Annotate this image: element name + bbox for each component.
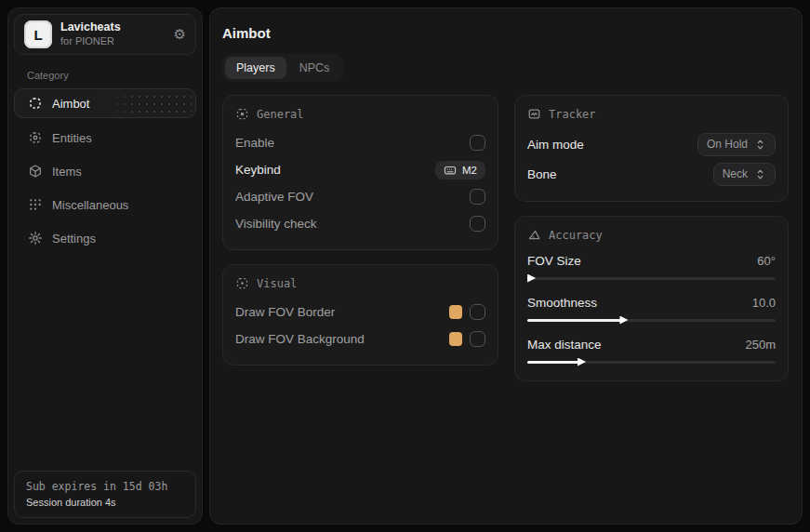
visibility-check-checkbox[interactable] bbox=[470, 216, 485, 232]
dots-grid-icon bbox=[28, 197, 43, 212]
sidebar-item-entities[interactable]: Entities bbox=[14, 124, 196, 152]
focus-icon bbox=[235, 107, 249, 121]
max-distance-group: Max distance 250m bbox=[527, 334, 776, 366]
fov-size-value: 60° bbox=[757, 254, 776, 268]
fov-border-color-swatch[interactable] bbox=[449, 305, 462, 319]
entities-icon bbox=[28, 130, 43, 145]
fov-background-color-swatch[interactable] bbox=[449, 332, 462, 346]
general-card: General Enable Keybind M2 bbox=[222, 95, 498, 250]
bone-label: Bone bbox=[527, 167, 557, 181]
slider-fill bbox=[527, 319, 621, 323]
app-header: L Lavicheats for PIONER ⚙ bbox=[14, 14, 196, 55]
select-arrows-icon bbox=[754, 139, 766, 151]
tracker-card: Tracker Aim mode On Hold Bone bbox=[514, 95, 789, 202]
section-title: Visual bbox=[257, 277, 297, 290]
cube-icon bbox=[28, 164, 43, 179]
visibility-check-row: Visibility check bbox=[235, 210, 485, 237]
fov-border-row: Draw FOV Border bbox=[235, 299, 485, 326]
smoothness-label: Smoothness bbox=[527, 296, 597, 310]
main-panel: Aimbot Players NPCs General Enable bbox=[209, 7, 803, 525]
settings-gear-icon bbox=[28, 231, 43, 246]
keybind-value: M2 bbox=[462, 165, 477, 176]
adaptive-fov-checkbox[interactable] bbox=[470, 189, 485, 205]
fov-background-checkbox[interactable] bbox=[470, 331, 485, 347]
max-distance-label: Max distance bbox=[527, 338, 602, 352]
smoothness-group: Smoothness 10.0 bbox=[527, 292, 776, 325]
session-duration-text: Session duration 4s bbox=[26, 497, 184, 508]
sidebar-item-miscellaneous[interactable]: Miscellaneous bbox=[14, 191, 196, 219]
app-subtitle: for PIONER bbox=[60, 35, 166, 48]
sidebar-item-label: Miscellaneous bbox=[52, 198, 128, 212]
aim-mode-value: On Hold bbox=[707, 138, 748, 151]
sidebar: L Lavicheats for PIONER ⚙ Category Aimbo… bbox=[7, 7, 203, 525]
aim-mode-row: Aim mode On Hold bbox=[527, 129, 776, 159]
dot-pattern bbox=[99, 93, 192, 113]
slider-track bbox=[527, 277, 776, 280]
sidebar-item-label: Entities bbox=[52, 131, 92, 145]
accuracy-card: Accuracy FOV Size 60° Smoothness bbox=[514, 216, 789, 381]
max-distance-slider[interactable] bbox=[527, 357, 776, 366]
app-name: Lavicheats bbox=[60, 20, 166, 35]
visibility-check-label: Visibility check bbox=[235, 217, 317, 231]
fov-border-checkbox[interactable] bbox=[470, 304, 485, 320]
adaptive-fov-row: Adaptive FOV bbox=[235, 183, 485, 210]
fov-background-label: Draw FOV Background bbox=[235, 332, 365, 346]
enable-label: Enable bbox=[235, 136, 274, 150]
section-title: Accuracy bbox=[549, 229, 603, 242]
section-title: Tracker bbox=[549, 108, 596, 121]
slider-thumb[interactable] bbox=[527, 274, 536, 283]
adaptive-fov-label: Adaptive FOV bbox=[235, 190, 313, 204]
category-label: Category bbox=[27, 70, 202, 81]
sidebar-item-settings[interactable]: Settings bbox=[14, 224, 196, 252]
tab-npcs[interactable]: NPCs bbox=[288, 57, 341, 79]
fov-size-slider[interactable] bbox=[527, 273, 776, 283]
bone-row: Bone Neck bbox=[527, 159, 776, 189]
smoothness-slider[interactable] bbox=[527, 315, 776, 325]
keybind-button[interactable]: M2 bbox=[435, 161, 485, 180]
page-title: Aimbot bbox=[222, 25, 789, 41]
enable-row: Enable bbox=[235, 129, 485, 156]
sidebar-item-label: Settings bbox=[52, 232, 96, 246]
aim-mode-label: Aim mode bbox=[527, 138, 584, 152]
fov-border-label: Draw FOV Border bbox=[235, 305, 335, 319]
scan-icon bbox=[28, 96, 43, 111]
fov-size-group: FOV Size 60° bbox=[527, 250, 776, 283]
visual-card: Visual Draw FOV Border Draw FOV Backgrou… bbox=[222, 264, 498, 366]
enable-checkbox[interactable] bbox=[470, 135, 485, 151]
keybind-row: Keybind M2 bbox=[235, 156, 485, 183]
bone-select[interactable]: Neck bbox=[713, 163, 776, 186]
sidebar-nav: Aimbot Entities Items bbox=[8, 88, 202, 252]
keybind-label: Keybind bbox=[235, 163, 281, 177]
gear-icon[interactable]: ⚙ bbox=[174, 28, 186, 42]
tab-bar: Players NPCs bbox=[222, 54, 343, 82]
sidebar-item-aimbot[interactable]: Aimbot bbox=[14, 88, 196, 118]
angle-icon bbox=[527, 228, 541, 242]
sub-expiry-text: Sub expires in 15d 03h bbox=[26, 480, 184, 493]
section-title: General bbox=[257, 108, 304, 121]
fov-background-row: Draw FOV Background bbox=[235, 326, 485, 352]
tab-players[interactable]: Players bbox=[225, 57, 286, 79]
slider-fill bbox=[527, 361, 579, 365]
sidebar-item-items[interactable]: Items bbox=[14, 157, 196, 185]
slider-thumb[interactable] bbox=[619, 316, 628, 325]
fov-size-label: FOV Size bbox=[527, 254, 581, 268]
aim-mode-select[interactable]: On Hold bbox=[697, 133, 776, 156]
app-logo: L bbox=[24, 20, 52, 48]
sidebar-item-label: Items bbox=[52, 165, 82, 179]
max-distance-value: 250m bbox=[745, 338, 776, 352]
bone-value: Neck bbox=[723, 167, 748, 180]
subscription-info: Sub expires in 15d 03h Session duration … bbox=[14, 471, 196, 518]
sidebar-item-label: Aimbot bbox=[52, 97, 89, 111]
select-arrows-icon bbox=[754, 168, 766, 180]
frame-dot-icon bbox=[235, 276, 249, 290]
smoothness-value: 10.0 bbox=[752, 296, 776, 310]
pulse-icon bbox=[527, 107, 541, 121]
slider-thumb[interactable] bbox=[578, 358, 586, 366]
keyboard-icon bbox=[444, 164, 457, 177]
